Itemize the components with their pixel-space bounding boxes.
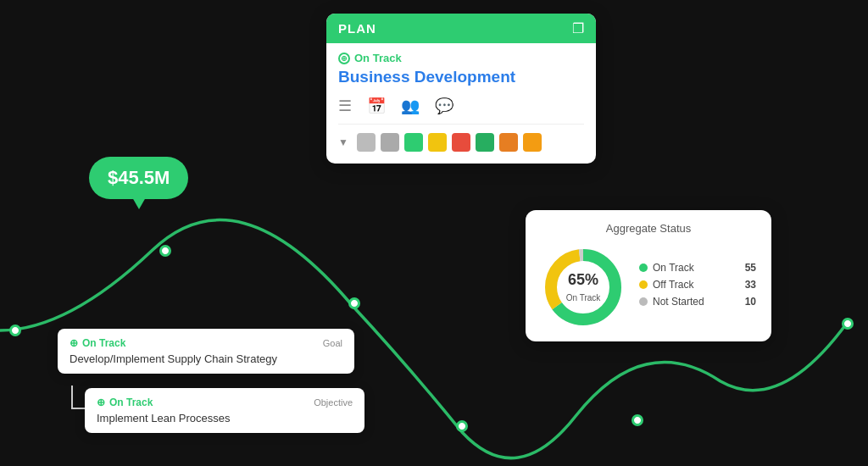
aggregate-status-card: Aggregate Status 65% On Track [526, 210, 771, 341]
legend-dot-green [639, 264, 648, 272]
plan-card-title: PLAN [338, 21, 376, 36]
status-dot: ⊕ [338, 53, 350, 64]
goal-type-label: Goal [323, 338, 342, 348]
color-swatch-darkgreen[interactable] [476, 133, 494, 152]
curve-dot-3 [348, 297, 360, 309]
color-swatch-gray1[interactable] [357, 133, 376, 152]
goal-status-text: On Track [82, 337, 125, 349]
obj-type-label: Objective [314, 397, 353, 408]
agg-legend: On Track 55 Off Track 33 Not Started 10 [639, 262, 756, 313]
color-swatch-green[interactable] [404, 133, 423, 152]
legend-dot-yellow [639, 280, 648, 289]
team-icon[interactable]: 👥 [401, 97, 420, 115]
chat-icon[interactable]: 💬 [435, 97, 453, 115]
color-swatch-amber[interactable] [523, 133, 542, 152]
legend-off-track: Off Track 33 [639, 279, 756, 291]
goal-text: Develop/Implement Supply Chain Strategy [70, 352, 342, 365]
legend-count-not-started: 10 [745, 296, 756, 308]
curve-dot-5 [632, 414, 643, 426]
agg-card-content: 65% On Track On Track 55 Off Track 33 No… [541, 245, 756, 330]
obj-card-header: ⊕ On Track Objective [97, 397, 353, 408]
donut-chart: 65% On Track [541, 245, 626, 330]
plan-card: PLAN ❐ ⊕ On Track Business Development ☰… [326, 14, 596, 164]
plan-status: ⊕ On Track [338, 52, 584, 64]
legend-dot-gray [639, 297, 648, 306]
obj-status-icon: ⊕ [97, 397, 105, 408]
legend-label-on-track: On Track [653, 262, 694, 274]
color-swatch-orange[interactable] [499, 133, 518, 152]
agg-card-title: Aggregate Status [541, 222, 756, 235]
edit-icon[interactable]: ❐ [572, 20, 584, 36]
legend-label-not-started: Not Started [653, 296, 704, 308]
color-swatch-yellow[interactable] [428, 133, 447, 152]
donut-label: On Track [566, 293, 601, 302]
obj-status: ⊕ On Track [97, 397, 153, 408]
plan-icon-row: ☰ 📅 👥 💬 [338, 97, 584, 125]
plan-card-body: ⊕ On Track Business Development ☰ 📅 👥 💬 … [326, 43, 596, 164]
plan-card-header: PLAN ❐ [326, 14, 596, 43]
legend-on-track: On Track 55 [639, 262, 756, 274]
color-swatch-red[interactable] [452, 133, 470, 152]
curve-dot-6 [842, 318, 854, 330]
curve-dot-4 [456, 420, 468, 432]
objective-card: ⊕ On Track Objective Implement Lean Proc… [85, 388, 364, 433]
curve-dot-1 [9, 325, 21, 336]
donut-percentage: 65% [566, 271, 601, 289]
legend-count-on-track: 55 [745, 262, 756, 274]
goal-card-header: ⊕ On Track Goal [70, 337, 342, 349]
obj-status-text: On Track [109, 397, 153, 408]
money-bubble: $45.5M [89, 157, 188, 199]
plan-status-text: On Track [354, 52, 402, 64]
obj-text: Implement Lean Processes [97, 412, 353, 424]
legend-not-started: Not Started 10 [639, 296, 756, 308]
plan-color-row: ▼ [338, 133, 584, 152]
goal-status-icon: ⊕ [70, 337, 78, 349]
connector-vertical [71, 386, 73, 409]
plan-business-title: Business Development [338, 68, 584, 86]
goal-card: ⊕ On Track Goal Develop/Implement Supply… [58, 329, 354, 374]
donut-center: 65% On Track [566, 271, 601, 304]
money-value: $45.5M [108, 167, 170, 188]
curve-dot-2 [159, 245, 171, 257]
goal-status: ⊕ On Track [70, 337, 125, 349]
legend-count-off-track: 33 [745, 279, 756, 291]
list-icon[interactable]: ☰ [338, 97, 352, 115]
dropdown-arrow[interactable]: ▼ [338, 136, 348, 148]
calendar-icon[interactable]: 📅 [367, 97, 386, 115]
legend-label-off-track: Off Track [653, 279, 693, 291]
color-swatch-gray2[interactable] [381, 133, 399, 152]
